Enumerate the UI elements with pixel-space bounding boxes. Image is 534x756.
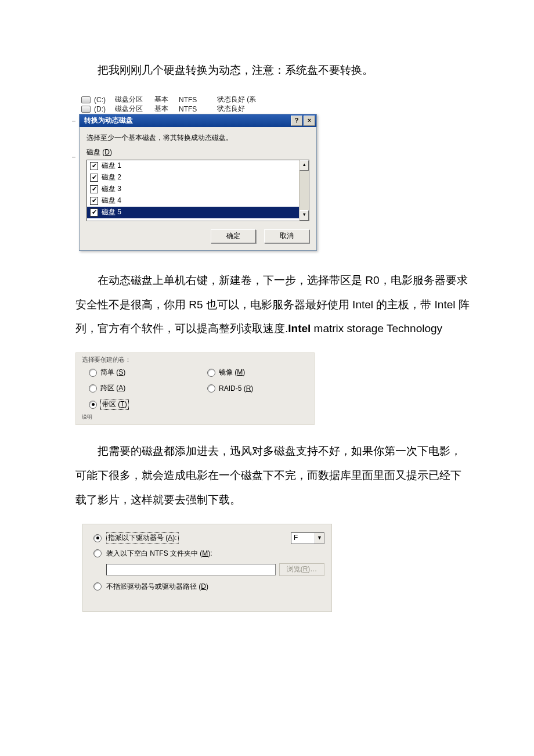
radio-spanned[interactable]: 跨区 (A) — [89, 383, 190, 393]
close-button[interactable]: × — [304, 116, 315, 126]
col-type: 基本 — [154, 104, 175, 114]
help-button[interactable]: ? — [291, 116, 302, 126]
col-fs: NTFS — [179, 96, 202, 104]
volume-type-header: 选择要创建的卷： — [82, 355, 308, 364]
screenshot-convert-dynamic: (C:) 磁盘分区 基本 NTFS 状态良好 (系 (D:) 磁盘分区 基本 N… — [79, 94, 317, 251]
disk-row: (D:) 磁盘分区 基本 NTFS 状态良好 — [81, 105, 315, 114]
volume-type-footer: 说明 — [82, 413, 308, 421]
drive-letter: (C:) — [94, 96, 111, 104]
radio-label: RAID-5 (R) — [219, 384, 253, 393]
col-partition: 磁盘分区 — [115, 104, 151, 114]
radio-icon[interactable] — [93, 534, 102, 542]
disk-check-label: 磁盘 3 — [102, 184, 121, 194]
dialog-titlebar[interactable]: 转换为动态磁盘 ? × — [80, 114, 316, 127]
checkbox-icon[interactable]: ✔ — [90, 174, 98, 182]
radio-mirror[interactable]: 镜像 (M) — [207, 368, 308, 377]
disk-check-item[interactable]: ✔ 磁盘 3 — [87, 183, 299, 195]
disk-check-item[interactable]: ✔ 磁盘 2 — [87, 172, 299, 183]
radio-simple[interactable]: 简单 (S) — [89, 368, 190, 377]
radio-label: 简单 (S) — [100, 368, 125, 377]
disk-checklist[interactable]: ✔ 磁盘 1 ✔ 磁盘 2 ✔ 磁盘 3 ✔ 磁 — [86, 160, 309, 221]
radio-raid5[interactable]: RAID-5 (R) — [207, 383, 308, 393]
checkbox-icon[interactable]: ✔ — [90, 185, 98, 193]
cancel-button[interactable]: 取消 — [264, 229, 309, 243]
paragraph-1: 把我刚刚几个硬盘转换为动态，注意：系统盘不要转换。 — [75, 58, 470, 82]
disk-check-item[interactable]: ✔ 磁盘 4 — [87, 195, 299, 207]
radio-icon[interactable] — [93, 582, 102, 591]
radio-icon[interactable] — [93, 549, 102, 557]
radio-icon[interactable] — [89, 384, 97, 393]
disk-icon — [81, 96, 91, 103]
disk-row: (C:) 磁盘分区 基本 NTFS 状态良好 (系 — [81, 95, 315, 105]
mount-path-input[interactable] — [106, 564, 276, 575]
drive-letter-value: F — [291, 533, 315, 543]
dialog-title: 转换为动态磁盘 — [84, 116, 133, 125]
screenshot-volume-type: 选择要创建的卷： 简单 (S) 镜像 (M) 跨区 (A) RAID-5 (R)… — [75, 352, 315, 425]
radio-label: 镜像 (M) — [219, 368, 245, 377]
disk-list-background: (C:) 磁盘分区 基本 NTFS 状态良好 (系 (D:) 磁盘分区 基本 N… — [79, 94, 317, 114]
col-partition: 磁盘分区 — [115, 95, 151, 105]
ok-button[interactable]: 确定 — [211, 229, 256, 243]
radio-label: 装入以下空白 NTFS 文件夹中 (M): — [106, 549, 212, 559]
disk-check-item[interactable]: ✔ 磁盘 5 — [87, 207, 299, 218]
radio-striped[interactable]: 带区 (T) — [89, 399, 190, 410]
radio-label: 带区 (T) — [100, 399, 129, 410]
radio-icon[interactable] — [207, 369, 215, 377]
disk-icon — [81, 106, 91, 113]
disk-check-item[interactable]: ✔ 磁盘 1 — [87, 160, 299, 172]
convert-dialog: 转换为动态磁盘 ? × 选择至少一个基本磁盘，将其转换成动态磁盘。 磁盘 (D)… — [79, 114, 317, 251]
browse-button[interactable]: 浏览(R)… — [279, 563, 324, 576]
radio-label: 不指派驱动器号或驱动器路径 (D) — [106, 582, 208, 592]
paragraph-3: 把需要的磁盘都添加进去，迅风对多磁盘支持不好，如果你第一次下电影，可能下很多，就… — [75, 439, 470, 512]
disk-check-label: 磁盘 1 — [102, 161, 121, 171]
screenshot-drive-letter: 指派以下驱动器号 (A): F ▼ 装入以下空白 NTFS 文件夹中 (M): … — [82, 524, 332, 612]
option-mount-folder[interactable]: 装入以下空白 NTFS 文件夹中 (M): — [93, 549, 324, 559]
option-assign-letter[interactable]: 指派以下驱动器号 (A): F ▼ — [93, 532, 324, 544]
scroll-down-button[interactable]: ▾ — [300, 210, 309, 221]
checkbox-icon[interactable]: ✔ — [90, 197, 98, 205]
option-no-assign[interactable]: 不指派驱动器号或驱动器路径 (D) — [93, 582, 324, 592]
radio-icon[interactable] — [207, 384, 215, 393]
disk-check-label: 磁盘 5 — [102, 207, 121, 217]
checkbox-icon[interactable]: ✔ — [90, 162, 98, 170]
col-fs: NTFS — [179, 105, 202, 113]
radio-icon[interactable] — [89, 401, 97, 409]
checkbox-icon[interactable]: ✔ — [90, 208, 98, 217]
list-label: 磁盘 (D) — [86, 147, 309, 157]
chevron-down-icon[interactable]: ▼ — [315, 533, 324, 543]
scrollbar[interactable]: ▴ ▾ — [299, 160, 309, 221]
drive-letter: (D:) — [94, 105, 111, 113]
drive-letter-dropdown[interactable]: F ▼ — [291, 532, 324, 544]
radio-icon[interactable] — [89, 369, 97, 377]
dialog-instruction: 选择至少一个基本磁盘，将其转换成动态磁盘。 — [86, 133, 309, 143]
paragraph-2: 在动态磁盘上单机右键，新建卷，下一步，选择带区是 R0，电影服务器要求安全性不是… — [75, 268, 470, 341]
col-status: 状态良好 — [217, 104, 264, 114]
col-status: 状态良好 (系 — [217, 95, 264, 105]
col-type: 基本 — [154, 95, 175, 105]
radio-label: 指派以下驱动器号 (A): — [106, 532, 179, 543]
scroll-up-button[interactable]: ▴ — [300, 160, 309, 171]
radio-label: 跨区 (A) — [100, 383, 125, 393]
disk-check-label: 磁盘 4 — [102, 196, 121, 206]
disk-check-label: 磁盘 2 — [102, 172, 121, 182]
